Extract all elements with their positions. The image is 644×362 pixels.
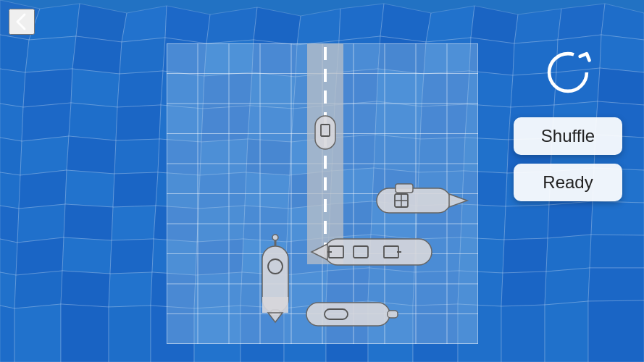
svg-rect-26 [396, 184, 413, 193]
svg-rect-49 [388, 311, 398, 318]
grid-svg [167, 43, 478, 344]
ready-label: Ready [543, 172, 593, 193]
game-board [167, 43, 478, 344]
svg-marker-45 [262, 297, 288, 313]
svg-rect-32 [325, 239, 432, 265]
svg-rect-25 [377, 188, 451, 213]
right-panel: Shuffle Ready [506, 43, 630, 201]
svg-point-50 [549, 54, 587, 91]
shuffle-button[interactable]: Shuffle [514, 117, 622, 155]
ready-button[interactable]: Ready [514, 164, 622, 201]
back-icon [12, 12, 32, 32]
svg-point-42 [272, 235, 278, 240]
rotate-button[interactable] [539, 43, 597, 101]
svg-rect-23 [315, 116, 335, 149]
shuffle-label: Shuffle [541, 126, 595, 146]
back-button[interactable] [9, 9, 35, 35]
rotate-icon [541, 46, 595, 99]
